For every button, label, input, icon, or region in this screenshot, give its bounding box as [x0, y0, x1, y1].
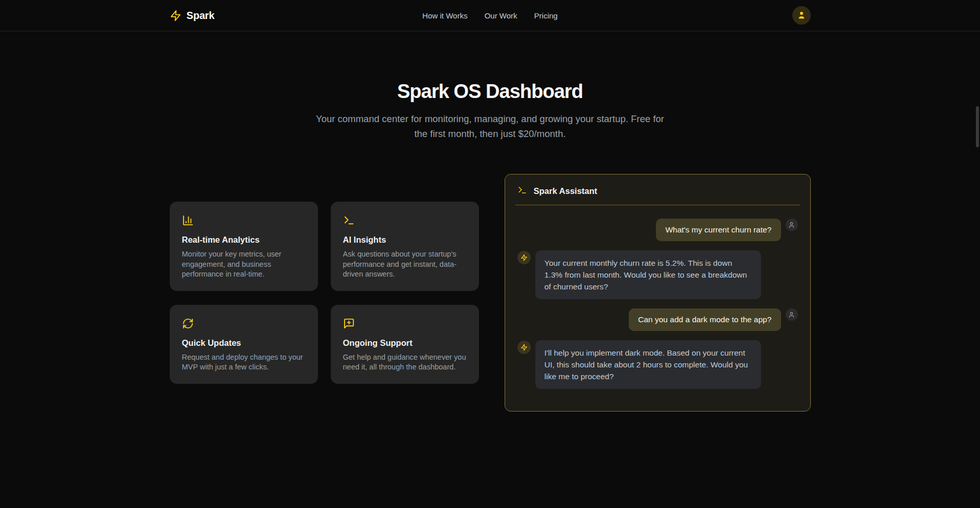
- zap-icon: [170, 10, 182, 22]
- chat-message-assistant: I'll help you implement dark mode. Based…: [517, 340, 798, 389]
- nav-right: [557, 6, 810, 25]
- brand-name: Spark: [187, 10, 215, 22]
- chat-message-user: Can you add a dark mode to the app?: [517, 308, 798, 331]
- chat-message-assistant: Your current monthly churn rate is 5.2%.…: [517, 250, 798, 299]
- page-title: Spark OS Dashboard: [0, 81, 980, 103]
- user-icon: [788, 222, 795, 228]
- feature-card: Ongoing Support Get help and guidance wh…: [331, 305, 479, 384]
- zap-icon: [521, 254, 528, 261]
- terminal-icon: [343, 214, 467, 226]
- feature-title: Quick Updates: [182, 338, 306, 348]
- nav-links: How it WorksOur WorkPricing: [423, 11, 558, 20]
- chat-title: Spark Assistant: [534, 186, 597, 196]
- feature-description: Get help and guidance whenever you need …: [343, 353, 467, 373]
- chart-column-icon: [182, 214, 306, 226]
- nav-link-how-it-works[interactable]: How it Works: [423, 11, 468, 20]
- hero-subtitle-line1: Your command center for monitoring, mana…: [316, 113, 664, 124]
- feature-description: Ask questions about your startup's perfo…: [343, 249, 467, 280]
- nav-link-our-work[interactable]: Our Work: [485, 11, 517, 20]
- user-message-bubble: What's my current churn rate?: [656, 219, 781, 241]
- brand-logo[interactable]: Spark: [170, 10, 423, 22]
- user-icon: [788, 311, 795, 318]
- hero-section: Spark OS Dashboard Your command center f…: [0, 31, 980, 141]
- scrollbar-thumb[interactable]: [976, 106, 979, 147]
- chat-messages: What's my current churn rate? Your curre…: [505, 205, 810, 402]
- message-plus-icon: [343, 318, 467, 329]
- feature-title: AI Insights: [343, 235, 467, 245]
- top-nav: Spark How it WorksOur WorkPricing: [0, 0, 980, 31]
- refresh-icon: [182, 318, 306, 329]
- hero-subtitle-line2: the first month, then just $20/month.: [414, 128, 566, 139]
- feature-card: Real-time Analytics Monitor your key met…: [170, 202, 318, 291]
- main-content: Real-time Analytics Monitor your key met…: [170, 174, 811, 412]
- terminal-icon: [517, 185, 527, 197]
- feature-description: Request and deploy changes to your MVP w…: [182, 353, 306, 373]
- feature-title: Ongoing Support: [343, 338, 467, 348]
- page: { "nav": { "brand": "Spark", "links": [ …: [0, 0, 980, 508]
- profile-avatar-button[interactable]: [792, 6, 811, 25]
- nav-link-pricing[interactable]: Pricing: [534, 11, 558, 20]
- user-message-avatar: [786, 308, 798, 321]
- assistant-message-bubble: Your current monthly churn rate is 5.2%.…: [535, 250, 761, 299]
- assistant-message-avatar: [517, 341, 531, 354]
- feature-card: Quick Updates Request and deploy changes…: [170, 305, 318, 384]
- assistant-message-bubble: I'll help you implement dark mode. Based…: [535, 340, 761, 389]
- feature-description: Monitor your key metrics, user engagemen…: [182, 249, 306, 280]
- spark-assistant-panel: Spark Assistant What's my current churn …: [505, 174, 811, 412]
- features-grid: Real-time Analytics Monitor your key met…: [170, 202, 479, 384]
- hero-subtitle: Your command center for monitoring, mana…: [0, 111, 980, 141]
- chat-message-user: What's my current churn rate?: [517, 219, 798, 241]
- assistant-message-avatar: [517, 251, 531, 264]
- user-icon: [797, 10, 806, 21]
- feature-card: AI Insights Ask questions about your sta…: [331, 202, 479, 291]
- feature-title: Real-time Analytics: [182, 235, 306, 245]
- user-message-bubble: Can you add a dark mode to the app?: [629, 308, 781, 331]
- nav-inner: Spark How it WorksOur WorkPricing: [170, 0, 811, 31]
- user-message-avatar: [786, 219, 798, 231]
- chat-header: Spark Assistant: [515, 174, 800, 205]
- zap-icon: [521, 344, 528, 351]
